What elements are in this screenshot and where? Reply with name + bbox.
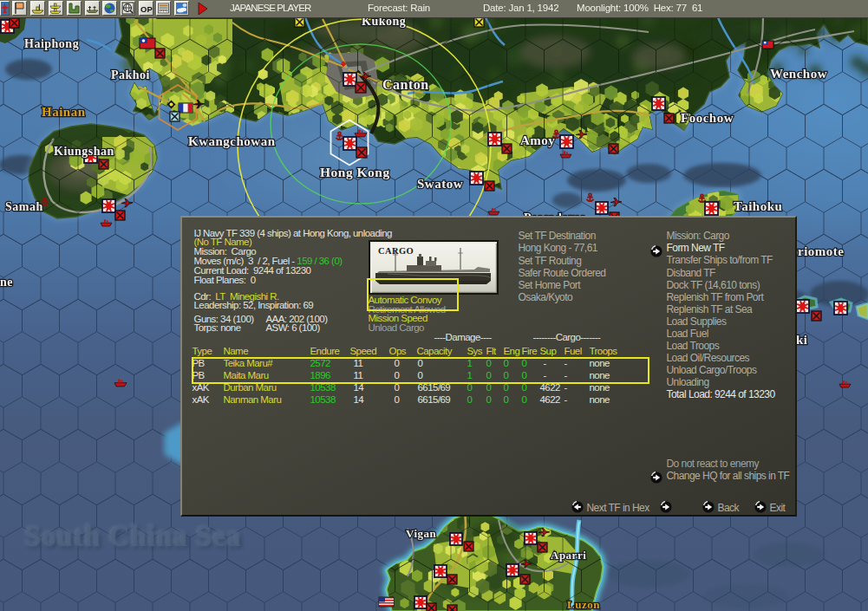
svg-text:Taihoku: Taihoku	[734, 199, 782, 213]
svg-text:Pakhoi: Pakhoi	[111, 68, 150, 81]
svg-text:Swatow: Swatow	[417, 177, 463, 191]
svg-text:ne: ne	[0, 276, 13, 289]
svg-text:South China Sea: South China Sea	[25, 521, 242, 552]
svg-text:CARGO: CARGO	[378, 246, 414, 256]
svg-text:Kwangchowan: Kwangchowan	[188, 134, 276, 148]
svg-text:Hong Kong: Hong Kong	[320, 165, 390, 179]
svg-text:Luzon: Luzon	[567, 598, 600, 611]
svg-text:riomote: riomote	[798, 244, 844, 258]
svg-text:Samah: Samah	[5, 200, 43, 213]
svg-text:ki: ki	[796, 333, 808, 347]
svg-text:OP: OP	[140, 4, 153, 14]
svg-text:Hainan: Hainan	[42, 105, 86, 119]
svg-text:Amoy: Amoy	[520, 133, 555, 147]
svg-text:Kiungshan: Kiungshan	[54, 145, 114, 158]
svg-text:Foochow: Foochow	[681, 111, 734, 125]
svg-text:Wenchow: Wenchow	[770, 67, 827, 81]
svg-text:Vigan: Vigan	[406, 527, 437, 540]
svg-text:Aparri: Aparri	[551, 549, 586, 562]
svg-text:Canton: Canton	[382, 77, 429, 92]
svg-text:Haiphong: Haiphong	[24, 37, 79, 50]
